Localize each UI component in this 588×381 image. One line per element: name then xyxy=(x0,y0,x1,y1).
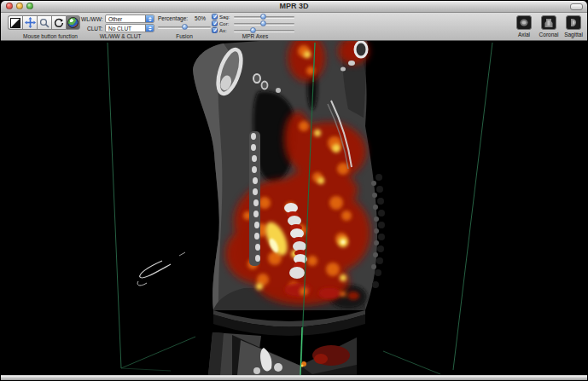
axial-thumbnail-icon xyxy=(519,18,529,27)
dropdown-arrows-icon xyxy=(145,25,154,32)
cor-label: Cor: xyxy=(219,21,232,26)
magnifier-zoom-icon xyxy=(39,18,49,28)
view-buttons-group: Axial Coronal Sagittal xyxy=(514,15,584,38)
mpr-3d-viewport[interactable] xyxy=(3,41,585,375)
mpr-3d-window: MPR 3D xyxy=(1,1,587,380)
percentage-label: Percentage: xyxy=(158,15,188,21)
axial-button-label: Axial xyxy=(518,32,530,38)
mpr-axes-group-caption: MPR Axes xyxy=(216,33,294,39)
rotate-icon xyxy=(54,18,64,28)
wlww-group-caption: WL/WW & CLUT xyxy=(81,33,160,39)
pan-arrows-icon xyxy=(25,17,36,28)
fusion-group-caption: Fusion xyxy=(158,33,211,39)
pan-tool-button[interactable] xyxy=(22,15,37,30)
mouse-button-group xyxy=(8,15,80,30)
clut-dropdown-value: No CLUT xyxy=(108,26,131,32)
clut-dropdown[interactable]: No CLUT xyxy=(105,24,154,32)
sagittal-thumbnail-icon xyxy=(568,18,579,27)
sagittal-button-label: Sagittal xyxy=(564,32,583,38)
coronal-thumbnail-icon xyxy=(544,18,554,27)
zoom-tool-button[interactable] xyxy=(37,15,51,30)
viewport-frame xyxy=(3,41,585,375)
ax-slider[interactable] xyxy=(234,27,294,33)
fusion-slider-thumb[interactable] xyxy=(182,24,188,30)
sag-slider-thumb[interactable] xyxy=(260,14,266,20)
window-title: MPR 3D xyxy=(1,2,587,10)
fusion-percentage-slider[interactable] xyxy=(158,24,211,30)
window-bottom-edge xyxy=(1,375,587,380)
3d-sphere-rotate-icon xyxy=(67,17,79,28)
wlww-tool-button[interactable] xyxy=(8,15,22,30)
cor-checkbox[interactable] xyxy=(212,20,218,26)
ax-checkbox[interactable] xyxy=(212,27,218,33)
wlww-label: WL/WW: xyxy=(81,16,102,22)
wlww-dropdown-value: Other xyxy=(108,16,122,22)
wlww-dropdown[interactable]: Other xyxy=(105,14,154,23)
toolbar: Mouse button function WL/WW: Other CLUT:… xyxy=(1,13,587,41)
axial-view-button[interactable]: Axial xyxy=(514,15,534,38)
rotate-tool-button[interactable] xyxy=(51,15,66,30)
clut-label: CLUT: xyxy=(81,26,102,32)
dropdown-arrows-icon xyxy=(145,15,154,22)
contrast-wlww-icon xyxy=(10,18,20,28)
sag-label: Sag: xyxy=(219,14,232,20)
percentage-value: 50% xyxy=(195,15,206,21)
window-titlebar[interactable]: MPR 3D xyxy=(1,1,587,13)
3d-rotate-tool-button[interactable] xyxy=(66,15,80,30)
cor-slider[interactable] xyxy=(234,20,294,26)
cor-slider-thumb[interactable] xyxy=(260,20,266,26)
sag-checkbox[interactable] xyxy=(212,14,218,20)
mouse-group-caption: Mouse button function xyxy=(8,33,93,39)
sagittal-view-button[interactable]: Sagittal xyxy=(563,15,584,38)
ax-slider-thumb[interactable] xyxy=(250,27,256,33)
coronal-button-label: Coronal xyxy=(539,32,559,38)
sag-slider[interactable] xyxy=(234,14,294,20)
coronal-view-button[interactable]: Coronal xyxy=(539,15,559,38)
toolbar-toggle-button[interactable] xyxy=(570,3,583,10)
ax-label: Ax: xyxy=(219,28,232,33)
